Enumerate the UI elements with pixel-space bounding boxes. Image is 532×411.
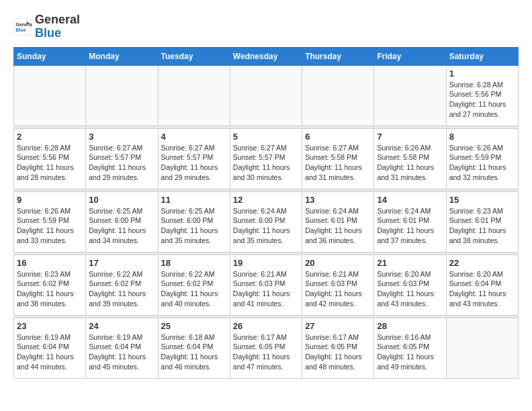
day-number: 17 — [89, 258, 154, 268]
day-number: 25 — [161, 321, 227, 331]
calendar-cell: 4Sunrise: 6:27 AM Sunset: 5:57 PM Daylig… — [158, 128, 230, 189]
calendar-cell: 26Sunrise: 6:17 AM Sunset: 6:05 PM Dayli… — [230, 318, 302, 378]
day-info: Sunrise: 6:17 AM Sunset: 6:05 PM Dayligh… — [233, 332, 299, 372]
weekday-header-wednesday: Wednesday — [230, 47, 302, 65]
day-info: Sunrise: 6:20 AM Sunset: 6:03 PM Dayligh… — [377, 269, 443, 309]
svg-text:Blue: Blue — [16, 28, 26, 32]
logo-text: General Blue — [35, 13, 80, 40]
calendar-cell: 28Sunrise: 6:16 AM Sunset: 6:05 PM Dayli… — [374, 318, 446, 378]
day-number: 21 — [377, 258, 443, 268]
calendar-cell: 8Sunrise: 6:26 AM Sunset: 5:59 PM Daylig… — [446, 128, 518, 189]
day-number: 3 — [89, 132, 154, 142]
calendar-cell: 24Sunrise: 6:19 AM Sunset: 6:04 PM Dayli… — [86, 318, 158, 378]
logo-icon: General Blue — [13, 17, 32, 36]
day-info: Sunrise: 6:18 AM Sunset: 6:04 PM Dayligh… — [161, 332, 227, 372]
day-number: 9 — [17, 195, 83, 205]
day-number: 13 — [305, 195, 371, 205]
day-info: Sunrise: 6:27 AM Sunset: 5:58 PM Dayligh… — [305, 143, 371, 183]
calendar-cell — [374, 65, 446, 126]
day-info: Sunrise: 6:20 AM Sunset: 6:04 PM Dayligh… — [449, 269, 515, 309]
day-number: 15 — [449, 195, 515, 205]
day-info: Sunrise: 6:21 AM Sunset: 6:03 PM Dayligh… — [233, 269, 299, 309]
calendar-cell — [86, 65, 158, 126]
calendar-cell: 3Sunrise: 6:27 AM Sunset: 5:57 PM Daylig… — [86, 128, 158, 189]
calendar-cell: 10Sunrise: 6:25 AM Sunset: 6:00 PM Dayli… — [86, 191, 158, 252]
day-info: Sunrise: 6:16 AM Sunset: 6:05 PM Dayligh… — [377, 332, 443, 372]
day-info: Sunrise: 6:27 AM Sunset: 5:57 PM Dayligh… — [233, 143, 299, 183]
day-info: Sunrise: 6:19 AM Sunset: 6:04 PM Dayligh… — [89, 332, 154, 372]
day-info: Sunrise: 6:22 AM Sunset: 6:02 PM Dayligh… — [89, 269, 154, 309]
calendar-cell: 9Sunrise: 6:26 AM Sunset: 5:59 PM Daylig… — [14, 191, 86, 252]
calendar-cell — [230, 65, 302, 126]
weekday-header-thursday: Thursday — [302, 47, 374, 65]
day-number: 22 — [449, 258, 515, 268]
day-number: 28 — [377, 321, 443, 331]
calendar-table: SundayMondayTuesdayWednesdayThursdayFrid… — [13, 47, 519, 379]
day-info: Sunrise: 6:25 AM Sunset: 6:00 PM Dayligh… — [161, 206, 227, 246]
day-info: Sunrise: 6:24 AM Sunset: 6:01 PM Dayligh… — [305, 206, 371, 246]
calendar-cell: 7Sunrise: 6:26 AM Sunset: 5:58 PM Daylig… — [374, 128, 446, 189]
day-number: 26 — [233, 321, 299, 331]
calendar-cell: 13Sunrise: 6:24 AM Sunset: 6:01 PM Dayli… — [302, 191, 374, 252]
calendar-cell: 1Sunrise: 6:28 AM Sunset: 5:56 PM Daylig… — [446, 65, 518, 126]
logo: General Blue General Blue — [13, 13, 80, 40]
calendar-cell: 11Sunrise: 6:25 AM Sunset: 6:00 PM Dayli… — [158, 191, 230, 252]
calendar-cell: 12Sunrise: 6:24 AM Sunset: 6:00 PM Dayli… — [230, 191, 302, 252]
week-row-2: 2Sunrise: 6:28 AM Sunset: 5:56 PM Daylig… — [14, 128, 519, 189]
day-info: Sunrise: 6:28 AM Sunset: 5:56 PM Dayligh… — [449, 80, 515, 120]
day-number: 5 — [233, 132, 299, 142]
calendar-cell — [158, 65, 230, 126]
svg-rect-0 — [14, 18, 31, 35]
day-info: Sunrise: 6:17 AM Sunset: 6:05 PM Dayligh… — [305, 332, 371, 372]
day-number: 18 — [161, 258, 227, 268]
day-info: Sunrise: 6:24 AM Sunset: 6:00 PM Dayligh… — [233, 206, 299, 246]
calendar-cell — [14, 65, 86, 126]
day-number: 27 — [305, 321, 371, 331]
calendar-cell: 14Sunrise: 6:24 AM Sunset: 6:01 PM Dayli… — [374, 191, 446, 252]
day-info: Sunrise: 6:23 AM Sunset: 6:01 PM Dayligh… — [449, 206, 515, 246]
day-info: Sunrise: 6:25 AM Sunset: 6:00 PM Dayligh… — [89, 206, 154, 246]
day-info: Sunrise: 6:26 AM Sunset: 5:58 PM Dayligh… — [377, 143, 443, 183]
weekday-header-friday: Friday — [374, 47, 446, 65]
calendar-cell: 27Sunrise: 6:17 AM Sunset: 6:05 PM Dayli… — [302, 318, 374, 378]
calendar-cell: 23Sunrise: 6:19 AM Sunset: 6:04 PM Dayli… — [14, 318, 86, 378]
day-number: 24 — [89, 321, 154, 331]
day-info: Sunrise: 6:24 AM Sunset: 6:01 PM Dayligh… — [377, 206, 443, 246]
day-number: 11 — [161, 195, 227, 205]
weekday-header-tuesday: Tuesday — [158, 47, 230, 65]
page-header: General Blue General Blue — [13, 13, 519, 40]
day-number: 23 — [17, 321, 83, 331]
calendar-cell — [446, 318, 518, 378]
day-info: Sunrise: 6:28 AM Sunset: 5:56 PM Dayligh… — [17, 143, 83, 183]
day-info: Sunrise: 6:26 AM Sunset: 5:59 PM Dayligh… — [449, 143, 515, 183]
week-row-4: 16Sunrise: 6:23 AM Sunset: 6:02 PM Dayli… — [14, 255, 519, 315]
calendar-cell: 16Sunrise: 6:23 AM Sunset: 6:02 PM Dayli… — [14, 255, 86, 315]
day-number: 12 — [233, 195, 299, 205]
day-number: 20 — [305, 258, 371, 268]
calendar-cell: 18Sunrise: 6:22 AM Sunset: 6:02 PM Dayli… — [158, 255, 230, 315]
day-info: Sunrise: 6:27 AM Sunset: 5:57 PM Dayligh… — [161, 143, 227, 183]
day-info: Sunrise: 6:27 AM Sunset: 5:57 PM Dayligh… — [89, 143, 154, 183]
day-info: Sunrise: 6:22 AM Sunset: 6:02 PM Dayligh… — [161, 269, 227, 309]
calendar-cell: 15Sunrise: 6:23 AM Sunset: 6:01 PM Dayli… — [446, 191, 518, 252]
calendar-cell: 19Sunrise: 6:21 AM Sunset: 6:03 PM Dayli… — [230, 255, 302, 315]
day-info: Sunrise: 6:19 AM Sunset: 6:04 PM Dayligh… — [17, 332, 83, 372]
day-number: 7 — [377, 132, 443, 142]
week-row-5: 23Sunrise: 6:19 AM Sunset: 6:04 PM Dayli… — [14, 318, 519, 378]
calendar-cell — [302, 65, 374, 126]
calendar-cell: 5Sunrise: 6:27 AM Sunset: 5:57 PM Daylig… — [230, 128, 302, 189]
day-info: Sunrise: 6:23 AM Sunset: 6:02 PM Dayligh… — [17, 269, 83, 309]
weekday-header-sunday: Sunday — [14, 47, 86, 65]
calendar-cell: 17Sunrise: 6:22 AM Sunset: 6:02 PM Dayli… — [86, 255, 158, 315]
day-number: 4 — [161, 132, 227, 142]
calendar-cell: 25Sunrise: 6:18 AM Sunset: 6:04 PM Dayli… — [158, 318, 230, 378]
day-info: Sunrise: 6:26 AM Sunset: 5:59 PM Dayligh… — [17, 206, 83, 246]
week-row-3: 9Sunrise: 6:26 AM Sunset: 5:59 PM Daylig… — [14, 191, 519, 252]
calendar-header-row: SundayMondayTuesdayWednesdayThursdayFrid… — [14, 47, 519, 65]
weekday-header-monday: Monday — [86, 47, 158, 65]
calendar-cell: 6Sunrise: 6:27 AM Sunset: 5:58 PM Daylig… — [302, 128, 374, 189]
day-number: 2 — [17, 132, 83, 142]
day-info: Sunrise: 6:21 AM Sunset: 6:03 PM Dayligh… — [305, 269, 371, 309]
day-number: 6 — [305, 132, 371, 142]
day-number: 10 — [89, 195, 154, 205]
